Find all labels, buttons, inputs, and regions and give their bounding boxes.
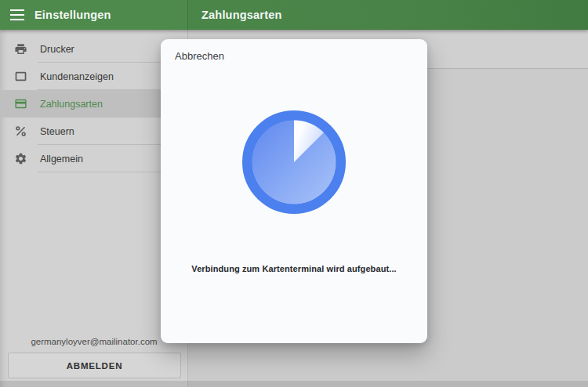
sidebar-nav: Drucker Kundenanzeigen Zahlungsarten xyxy=(0,30,188,172)
display-icon xyxy=(13,69,28,85)
sidebar-item-drucker[interactable]: Drucker xyxy=(0,35,188,63)
app-bar-left: Einstellungen xyxy=(0,0,188,30)
sidebar-item-label: Allgemein xyxy=(40,154,83,165)
sidebar-item-label: Zahlungsarten xyxy=(40,99,103,110)
sidebar-item-allgemein[interactable]: Allgemein xyxy=(0,145,188,172)
sidebar-item-kundenanzeigen[interactable]: Kundenanzeigen xyxy=(0,63,188,90)
progress-loader xyxy=(161,110,427,214)
app-screen: Einstellungen Zahlungsarten Drucker xyxy=(0,0,588,387)
gear-icon xyxy=(13,151,28,167)
dialog-message: Verbindung zum Kartenterminal wird aufge… xyxy=(161,264,427,273)
app-bar-right: Zahlungsarten xyxy=(188,0,588,30)
sidebar-item-label: Steuern xyxy=(40,126,74,137)
settings-title: Einstellungen xyxy=(34,9,111,21)
pie-timer-icon xyxy=(242,110,346,214)
printer-icon xyxy=(13,42,28,57)
menu-icon[interactable] xyxy=(0,0,34,30)
sidebar-item-label: Drucker xyxy=(40,44,74,55)
sidebar-item-label: Kundenanzeigen xyxy=(40,71,114,82)
sidebar-item-steuern[interactable]: Steuern xyxy=(0,118,188,145)
credit-card-icon xyxy=(13,96,28,112)
app-bar: Einstellungen Zahlungsarten xyxy=(0,0,588,30)
account-email: germanyloyver@mailinator.com xyxy=(0,337,188,346)
percent-icon xyxy=(13,124,28,139)
card-terminal-dialog: Abbrechen Verbindung zum Kart xyxy=(161,39,427,343)
settings-sidebar: Drucker Kundenanzeigen Zahlungsarten xyxy=(0,30,188,387)
cancel-button[interactable]: Abbrechen xyxy=(167,45,232,67)
sidebar-item-zahlungsarten[interactable]: Zahlungsarten xyxy=(0,90,188,118)
page-title: Zahlungsarten xyxy=(201,9,282,21)
bottom-system-strip xyxy=(0,381,588,387)
logout-button[interactable]: ABMELDEN xyxy=(8,353,181,378)
